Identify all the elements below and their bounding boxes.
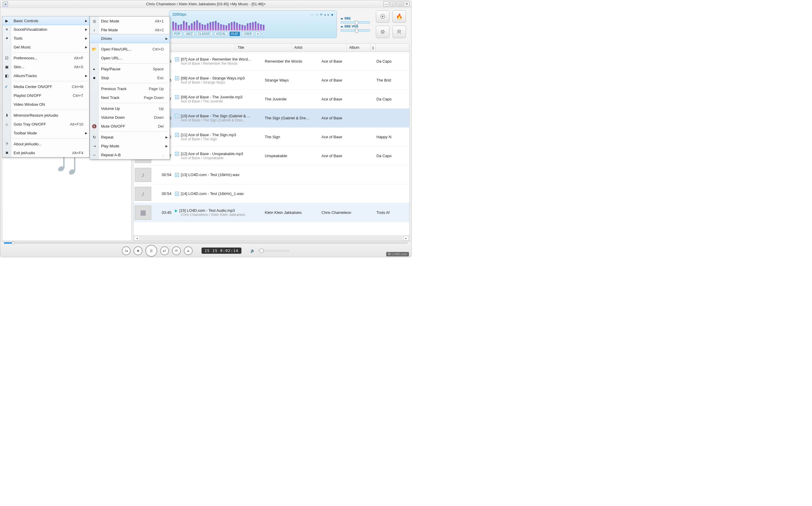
col-header-album[interactable]: Album [347, 44, 371, 52]
bbe-slider[interactable] [340, 21, 370, 24]
mode-button-1[interactable]: 🔥 [392, 10, 406, 23]
album-cell: Da Capo [377, 59, 400, 64]
menu-item-exit-jetaudio[interactable]: ✖Exit jetAudioAlt+F4 [2, 148, 89, 157]
menu-item-skin[interactable]: ▣Skin...Alt+S [2, 62, 89, 71]
playlist-row[interactable]: ●12♪[11] Ace of Base - The Sign.mp3Ace o… [134, 128, 409, 147]
playlist-row[interactable]: ♪00:54♪[14] LO4D.com - Test (16kHz)_1.wa… [134, 184, 409, 203]
volume-slider[interactable] [257, 250, 290, 252]
seek-bar[interactable] [0, 241, 411, 244]
app-menu-button[interactable]: ▾ [3, 1, 8, 7]
play-pause-button[interactable]: II [145, 245, 157, 257]
menu-item-volume-up[interactable]: Volume UpUp [90, 104, 170, 113]
menu-item-label: Repeat [101, 135, 113, 140]
menu-item-get-music[interactable]: Get Music▶ [2, 43, 89, 52]
menu-item-stop[interactable]: ■StopEsc [90, 73, 170, 82]
menu-shortcut: Esc [157, 76, 164, 80]
menu-item-label: Drives [101, 36, 112, 41]
eject-button[interactable]: ⏶ [184, 246, 193, 255]
menu-item-goto-tray-on-off[interactable]: ⌂Goto Tray ON/OFFAlt+F10 [2, 119, 89, 129]
mode-button-3[interactable]: R [392, 26, 406, 38]
hscroll-right[interactable]: ▸ [403, 236, 409, 241]
playlist-row[interactable]: ▦03:45▶[15] LO4D.com - Test Audio.mp3Chr… [134, 203, 409, 222]
filename-subtitle: Chris Chameleon / Klein Klein Jakkalsies [181, 213, 262, 217]
playlist-row[interactable]: ●47♪[09] Ace of Base - The Juvenile.mp3A… [134, 90, 409, 109]
minimize-button[interactable]: — [383, 1, 389, 6]
menu-shortcut: Up [159, 106, 164, 111]
volume-control[interactable]: 🔉 [250, 248, 290, 253]
menu-item-tools[interactable]: ✦Tools▶ [2, 34, 89, 43]
menu-item-video-window-on[interactable]: Video Window ON [2, 100, 89, 109]
album-cell: Da Capo [377, 97, 400, 101]
menu-item-disc-mode[interactable]: ◎Disc ModeAlt+1 [90, 16, 170, 25]
menu-item-sound-visualization[interactable]: ≡Sound/Visualization▶ [2, 25, 89, 34]
menu-item-open-files-url[interactable]: 📂Open Files/URL...Ctrl+O [90, 45, 170, 54]
stop-button[interactable]: ■ [134, 246, 143, 255]
menu-item-album-tracks[interactable]: ◧Album/Tracks▶ [2, 71, 89, 80]
mode-button-0[interactable]: ⦿ [376, 10, 390, 23]
main-context-menu[interactable]: ▶Basic Controls▶≡Sound/Visualization▶✦To… [2, 16, 89, 157]
eq-preset-user[interactable]: USER [242, 31, 253, 36]
menu-item-icon: ◎ [92, 18, 97, 24]
prev-button[interactable]: I◂ [122, 246, 131, 255]
menu-item-drives[interactable]: Drives▶ [89, 34, 170, 43]
eq-preset-jazz[interactable]: JAZZ [184, 31, 194, 36]
playlist-row[interactable]: ●26♪[08] Ace of Base - Strange Ways.mp3A… [134, 71, 409, 90]
menu-item-basic-controls[interactable]: ▶Basic Controls▶ [2, 16, 89, 25]
playlist-row[interactable]: ●43♪[07] Ace of Base - Remember the Word… [134, 52, 409, 71]
menu-shortcut: Alt+S [74, 65, 83, 69]
menu-item-about-jetaudio[interactable]: ?About jetAudio... [2, 140, 89, 148]
basic-controls-submenu[interactable]: ◎Disc ModeAlt+1♪File ModeAlt+2Drives▶📂Op… [89, 16, 170, 160]
col-header-more[interactable]: ❯ [371, 44, 376, 52]
eq-presets[interactable]: POPJAZZCLASSICVOCALFLATUSER▾ [172, 31, 334, 36]
eq-preset-vocal[interactable]: VOCAL [214, 31, 228, 36]
eq-bars[interactable] [172, 16, 334, 31]
menu-item-repeat[interactable]: ↻Repeat▶ [90, 133, 170, 142]
eq-preset-pop[interactable]: POP [172, 31, 182, 36]
maximize-button[interactable]: ⬜ [397, 1, 403, 6]
horizontal-scrollbar[interactable]: ◂ ▸ [134, 235, 409, 241]
check-icon: ✓ [5, 84, 8, 89]
bbeviva-slider[interactable] [340, 29, 370, 31]
album-cell: Happy N [377, 135, 400, 139]
hscroll-track[interactable] [140, 236, 403, 240]
menu-item-label: Preferences... [14, 56, 37, 60]
grid-header[interactable]: on File Name Title Artist Album ❯ [134, 44, 409, 52]
playlist-row[interactable]: ♪00:54♪[13] LO4D.com - Test (16kHz).wav [134, 165, 409, 184]
album-cell: Da Capo [377, 154, 400, 158]
menu-item-play-mode[interactable]: ⇢Play Mode▶ [90, 142, 170, 150]
menu-item-previous-track[interactable]: Previous TrackPage Up [90, 84, 170, 93]
menu-item-icon: ■ [92, 75, 97, 80]
playlist-row[interactable]: ✦03:17♪[12] Ace of Base - Unspeakable.mp… [134, 147, 409, 165]
menu-item-playlist-on-off[interactable]: Playlist ON/OFFCtrl+T [2, 91, 89, 100]
eq-preset-classic[interactable]: CLASSIC [196, 31, 213, 36]
grid-body[interactable]: ●43♪[07] Ace of Base - Remember the Word… [134, 52, 409, 235]
menu-item-label: Previous Track [101, 87, 127, 91]
menu-item-play-pause[interactable]: ▸Play/PauseSpace [90, 64, 170, 73]
hscroll-left[interactable]: ◂ [134, 236, 140, 241]
col-header-title[interactable]: Title [235, 44, 292, 52]
filename-subtitle: Ace of Base / The Sign (Gabriel & Dres..… [181, 118, 262, 122]
menu-item-media-center-on-off[interactable]: ✓Media Center ON/OFFCtrl+M [2, 82, 89, 91]
close-button[interactable]: ✕ [404, 1, 410, 6]
menu-item-next-track[interactable]: Next TrackPage Down [90, 93, 170, 102]
restore-button[interactable]: ▢ [390, 1, 396, 6]
menu-shortcut: Page Down [144, 95, 164, 100]
menu-item-toolbar-mode[interactable]: Toolbar Mode▶ [2, 129, 89, 137]
eq-preset-flat[interactable]: FLAT [230, 31, 240, 36]
mode-button-2[interactable]: ⚙ [376, 26, 390, 38]
col-header-artist[interactable]: Artist [292, 44, 347, 52]
playlist-row[interactable]: ●35♪[10] Ace of Base - The Sign (Gabriel… [134, 109, 409, 128]
menu-item-repeat-a-b[interactable]: ↔Repeat A-B. [90, 150, 170, 159]
menu-shortcut: Space [153, 67, 164, 71]
menu-item-volume-down[interactable]: Volume DownDown [90, 113, 170, 122]
menu-item-minimize-restore-jetaudio[interactable]: ⬇Minimize/Restore jetAudio [2, 111, 89, 119]
submenu-arrow-icon: ▶ [85, 19, 87, 22]
menu-item-open-url[interactable]: Open URL... [90, 54, 170, 62]
menu-item-mute-on-off[interactable]: 🔇Mute ON/OFFDel [90, 122, 170, 131]
title-cell: Strange Ways [265, 78, 322, 82]
menu-item-preferences[interactable]: ☑Preferences...Alt+P [2, 54, 89, 62]
menu-item-file-mode[interactable]: ♪File ModeAlt+2 [90, 25, 170, 34]
next-button[interactable]: ▸I [160, 246, 169, 255]
eq-preset-more[interactable]: ▾ [255, 31, 260, 36]
record-button[interactable]: ⟳ [172, 246, 181, 255]
